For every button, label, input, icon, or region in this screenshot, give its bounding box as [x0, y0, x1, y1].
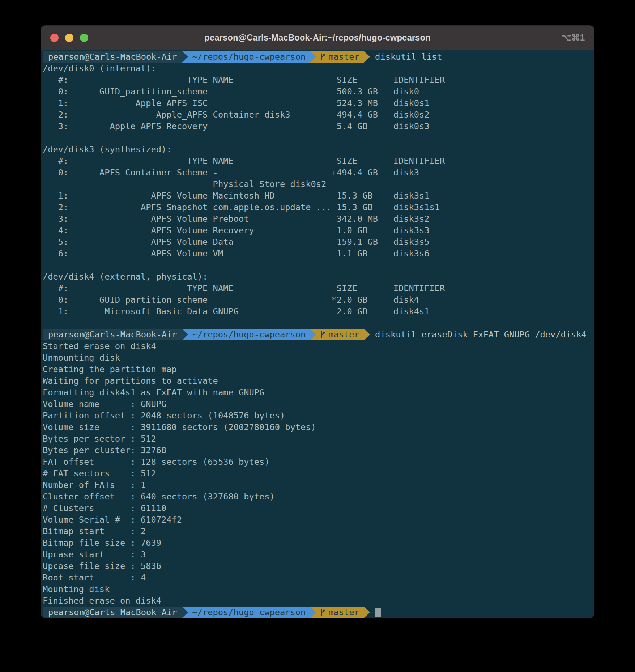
traffic-lights: [50, 34, 88, 42]
disk-table-row: 0: APFS Container Scheme - +494.4 GB dis…: [43, 167, 592, 178]
disk-table-row: 2: APFS Snapshot com.apple.os.update-...…: [43, 201, 592, 213]
powerline-arrow-icon: [310, 329, 316, 340]
prompt-git-branch: master: [316, 329, 364, 340]
erase-field-line: Bytes per sector : 512: [43, 433, 592, 445]
powerline-arrow-icon: [364, 607, 370, 618]
blank-line: [43, 132, 592, 144]
erase-status-line: Formatting disk4s1 as ExFAT with name GN…: [43, 387, 592, 398]
erase-field-line: Volume size : 3911680 sectors (200278016…: [43, 421, 592, 433]
erase-status-line: Unmounting disk: [43, 352, 592, 363]
powerline-arrow-icon: [310, 607, 316, 618]
disk-section-title: /dev/disk0 (internal):: [43, 63, 592, 74]
minimize-button[interactable]: [65, 34, 73, 42]
erase-field-line: Volume Serial # : 610724f2: [43, 514, 592, 526]
command-text: diskutil list: [370, 51, 442, 63]
erase-status-line: Started erase on disk4: [43, 340, 592, 352]
disk-section-title: /dev/disk3 (synthesized):: [43, 144, 592, 155]
title-bar[interactable]: pearson@Carls-MacBook-Air:~/repos/hugo-c…: [41, 26, 594, 50]
erase-field-line: Number of FATs : 1: [43, 479, 592, 491]
disk-table-row: 1: APFS Volume Macintosh HD 15.3 GB disk…: [43, 190, 592, 201]
blank-line: [43, 259, 592, 271]
erase-field-line: Bitmap file size : 7639: [43, 537, 592, 549]
git-branch-icon: [320, 608, 326, 616]
erase-status-line: Waiting for partitions to activate: [43, 375, 592, 387]
prompt-line: pearson@Carls-MacBook-Air~/repos/hugo-cw…: [43, 51, 592, 63]
powerline-arrow-icon: [182, 51, 188, 63]
powerline-arrow-icon: [310, 51, 316, 63]
window-shortcut-badge: ⌥⌘1: [561, 33, 585, 43]
erase-field-line: Root start : 4: [43, 572, 592, 583]
close-button[interactable]: [50, 34, 59, 42]
disk-table-header: #: TYPE NAME SIZE IDENTIFIER: [43, 155, 592, 167]
erase-field-line: Volume name : GNUPG: [43, 398, 592, 410]
prompt-git-branch: master: [316, 51, 364, 63]
window-title: pearson@Carls-MacBook-Air:~/repos/hugo-c…: [41, 33, 594, 43]
erase-field-line: Upcase file size : 5836: [43, 560, 592, 572]
erase-field-line: # FAT sectors : 512: [43, 468, 592, 479]
prompt-cwd: ~/repos/hugo-cwpearson: [188, 607, 310, 618]
git-branch-label: master: [328, 51, 359, 63]
prompt-cwd: ~/repos/hugo-cwpearson: [188, 329, 310, 340]
disk-table-row: 4: APFS Volume Recovery 1.0 GB disk3s3: [43, 225, 592, 236]
disk-table-row: 0: GUID_partition_scheme 500.3 GB disk0: [43, 86, 592, 97]
git-branch-label: master: [328, 329, 359, 340]
erase-field-line: # Clusters : 61110: [43, 502, 592, 514]
erase-field-line: Cluster offset : 640 sectors (327680 byt…: [43, 491, 592, 502]
disk-table-header: #: TYPE NAME SIZE IDENTIFIER: [43, 74, 592, 86]
prompt-user-host: pearson@Carls-MacBook-Air: [43, 51, 182, 63]
erase-status-line: Finished erase on disk4: [43, 595, 592, 607]
disk-table-row: 3: Apple_APFS_Recovery 5.4 GB disk0s3: [43, 120, 592, 132]
blank-line: [43, 317, 592, 329]
disk-table-row: 6: APFS Volume VM 1.1 GB disk3s6: [43, 248, 592, 259]
disk-table-row: 1: Apple_APFS_ISC 524.3 MB disk0s1: [43, 97, 592, 109]
powerline-arrow-icon: [182, 607, 188, 618]
disk-section-title: /dev/disk4 (external, physical):: [43, 271, 592, 282]
erase-status-line: Mounting disk: [43, 583, 592, 595]
disk-table-row: 5: APFS Volume Data 159.1 GB disk3s5: [43, 236, 592, 248]
powerline-arrow-icon: [364, 51, 370, 63]
erase-field-line: Partition offset : 2048 sectors (1048576…: [43, 410, 592, 421]
disk-table-row: 0: GUID_partition_scheme *2.0 GB disk4: [43, 294, 592, 306]
erase-field-line: Upcase start : 3: [43, 549, 592, 560]
disk-table-header: #: TYPE NAME SIZE IDENTIFIER: [43, 282, 592, 294]
prompt-user-host: pearson@Carls-MacBook-Air: [43, 607, 182, 618]
prompt-cwd: ~/repos/hugo-cwpearson: [188, 51, 310, 63]
erase-field-line: FAT offset : 128 sectors (65536 bytes): [43, 456, 592, 468]
disk-table-row: 2: Apple_APFS Container disk3 494.4 GB d…: [43, 109, 592, 120]
zoom-button[interactable]: [80, 34, 88, 42]
cursor-block[interactable]: [375, 608, 381, 617]
command-text: diskutil eraseDisk ExFAT GNUPG /dev/disk…: [370, 329, 587, 340]
erase-field-line: Bitmap start : 2: [43, 526, 592, 537]
prompt-git-branch: master: [316, 607, 364, 618]
prompt-line: pearson@Carls-MacBook-Air~/repos/hugo-cw…: [43, 607, 592, 618]
git-branch-label: master: [328, 607, 359, 618]
prompt-user-host: pearson@Carls-MacBook-Air: [43, 329, 182, 340]
terminal-body[interactable]: pearson@Carls-MacBook-Air~/repos/hugo-cw…: [41, 50, 594, 618]
disk-table-row: Physical Store disk0s2: [43, 178, 592, 190]
disk-table-row: 3: APFS Volume Preboot 342.0 MB disk3s2: [43, 213, 592, 225]
git-branch-icon: [320, 53, 326, 61]
terminal-window: pearson@Carls-MacBook-Air:~/repos/hugo-c…: [41, 26, 594, 618]
erase-field-line: Bytes per cluster: 32768: [43, 445, 592, 456]
git-branch-icon: [320, 331, 326, 339]
powerline-arrow-icon: [364, 329, 370, 340]
disk-table-row: 1: Microsoft Basic Data GNUPG 2.0 GB dis…: [43, 306, 592, 317]
powerline-arrow-icon: [182, 329, 188, 340]
erase-status-line: Creating the partition map: [43, 363, 592, 375]
prompt-line: pearson@Carls-MacBook-Air~/repos/hugo-cw…: [43, 329, 592, 340]
